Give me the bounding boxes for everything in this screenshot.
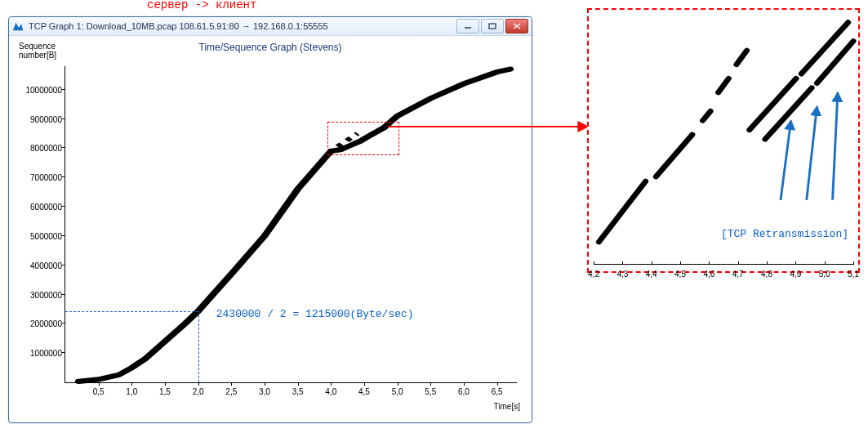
zoom-tick-mark (825, 261, 826, 265)
svg-line-16 (833, 92, 838, 200)
svg-line-7 (703, 111, 711, 120)
zoom-tick-mark (594, 261, 594, 265)
zoom-tick-label: 4,3 (617, 270, 628, 279)
svg-line-15 (807, 106, 817, 199)
zoom-tick-mark (709, 261, 710, 265)
svg-line-10 (750, 78, 796, 130)
zoom-x-axis: 4,24,34,44,54,64,74,84,95,05,1 (594, 264, 853, 265)
zoom-tick-label: 5,0 (819, 270, 830, 279)
zoom-tick-mark (622, 261, 623, 265)
zoom-panel: [TCP Retransmission] 4,24,34,44,54,64,74… (587, 8, 860, 273)
svg-line-11 (801, 22, 848, 74)
zoom-tick-label: 4,8 (761, 270, 772, 279)
svg-line-5 (599, 181, 645, 242)
zoom-tick-label: 4,7 (732, 270, 744, 279)
zoom-tick-mark (652, 261, 652, 265)
zoom-tick-mark (738, 261, 739, 265)
zoom-tick-mark (853, 261, 854, 265)
svg-line-6 (656, 135, 692, 176)
zoom-tick-label: 4,6 (703, 270, 714, 279)
svg-line-8 (719, 78, 729, 92)
retransmission-label: [TCP Retransmission] (721, 228, 848, 240)
zoom-tick-mark (767, 261, 768, 265)
zoom-tick-label: 5,1 (848, 270, 859, 279)
zoom-tick-label: 4,2 (588, 270, 599, 279)
zoom-tick-mark (680, 261, 681, 265)
zoom-tick-label: 4,9 (790, 270, 801, 279)
zoom-curve (594, 13, 853, 247)
svg-line-14 (781, 121, 791, 200)
svg-line-9 (737, 51, 747, 65)
zoom-tick-label: 4,4 (646, 270, 657, 279)
zoom-tick-mark (795, 261, 796, 265)
zoom-chart (594, 13, 853, 247)
zoom-tick-label: 4,5 (674, 270, 686, 279)
